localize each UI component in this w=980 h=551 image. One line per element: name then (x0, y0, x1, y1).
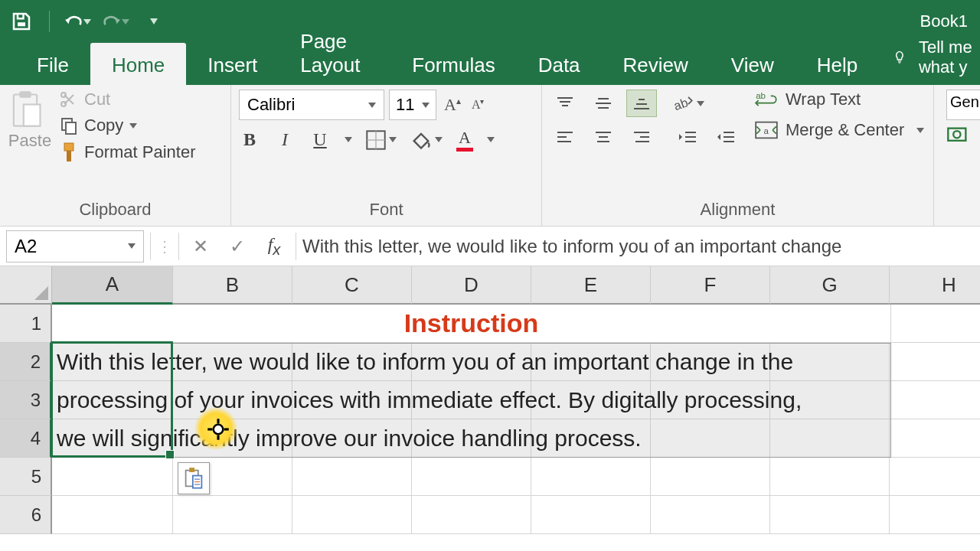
svg-rect-7 (64, 143, 74, 151)
align-bottom-button[interactable] (626, 90, 657, 117)
align-top-button[interactable] (550, 90, 580, 117)
svg-point-48 (214, 425, 224, 435)
save-icon[interactable] (8, 8, 35, 35)
col-header-e[interactable]: E (531, 266, 651, 305)
col-header-a[interactable]: A (52, 266, 173, 305)
increase-indent-button[interactable] (710, 123, 741, 151)
col-header-b[interactable]: B (173, 266, 292, 305)
svg-rect-8 (67, 151, 71, 161)
col-header-d[interactable]: D (412, 266, 531, 305)
svg-point-3 (61, 102, 66, 106)
col-header-c[interactable]: C (292, 266, 412, 305)
paste-label: Paste (8, 131, 52, 151)
italic-button[interactable]: I (274, 129, 296, 150)
scissors-icon (60, 90, 78, 109)
cells-area[interactable]: Instruction With this letter, we would l… (52, 305, 980, 534)
cancel-icon[interactable]: ✕ (185, 236, 216, 257)
tab-formulas[interactable]: Formulas (390, 43, 516, 85)
copy-label: Copy (84, 116, 123, 135)
decrease-indent-button[interactable] (672, 123, 703, 151)
col-header-g[interactable]: G (770, 266, 890, 305)
paste-button[interactable]: Paste (8, 90, 52, 151)
merge-icon: a (755, 121, 778, 139)
svg-rect-2 (24, 105, 41, 126)
row-header-5[interactable]: 5 (0, 458, 52, 496)
group-number: Gen (934, 85, 978, 226)
tab-view[interactable]: View (710, 43, 795, 85)
wrap-text-button[interactable]: ab Wrap Text (755, 90, 924, 109)
enter-icon[interactable]: ✓ (222, 236, 253, 257)
copy-icon (60, 116, 78, 135)
align-right-button[interactable] (626, 123, 657, 151)
font-group-label: Font (239, 197, 534, 224)
select-all-corner[interactable] (0, 266, 52, 305)
cell-text-row2: With this letter, we would like to infor… (57, 349, 793, 375)
tab-insert[interactable]: Insert (186, 43, 279, 85)
merge-center-button[interactable]: a Merge & Center (755, 120, 924, 140)
tab-data[interactable]: Data (517, 43, 602, 85)
cut-label: Cut (84, 90, 110, 109)
tab-home[interactable]: Home (90, 43, 186, 85)
tab-page-layout[interactable]: Page Layout (279, 19, 390, 85)
row-header-2[interactable]: 2 (0, 343, 52, 381)
clipboard-group-label: Clipboard (8, 197, 223, 224)
accounting-format-icon[interactable] (946, 126, 969, 146)
bucket-icon (410, 130, 432, 150)
col-header-h[interactable]: H (890, 266, 980, 305)
increase-font-icon[interactable]: A▴ (441, 92, 464, 118)
alignment-group-label: Alignment (550, 197, 926, 224)
wrap-text-icon: ab (755, 90, 778, 109)
spreadsheet-grid: 1 2 3 4 5 6 A B C D E F G H Instruction (0, 266, 980, 534)
format-painter-button[interactable]: Format Painter (60, 142, 196, 163)
row-header-6[interactable]: 6 (0, 496, 52, 534)
formula-text[interactable]: With this letter, we would like to infor… (302, 236, 841, 257)
paste-options-icon (184, 467, 204, 490)
align-center-button[interactable] (588, 123, 619, 151)
qat-customize-icon[interactable] (140, 8, 168, 35)
svg-text:a: a (764, 126, 769, 135)
svg-point-41 (953, 131, 960, 138)
tab-help[interactable]: Help (795, 43, 879, 85)
redo-icon[interactable] (102, 8, 129, 35)
svg-rect-43 (189, 468, 194, 472)
bulb-icon (894, 46, 905, 69)
paste-options-button[interactable] (178, 462, 210, 494)
ribbon: Paste Cut Copy Format Painter Clipboard (0, 85, 980, 227)
fill-color-button[interactable] (410, 130, 443, 150)
copy-button[interactable]: Copy (60, 116, 196, 135)
font-size-value: 11 (396, 95, 414, 115)
underline-button[interactable]: U (309, 129, 331, 150)
decrease-font-icon[interactable]: A▾ (469, 94, 488, 115)
undo-icon[interactable] (64, 8, 91, 35)
tell-me-search[interactable]: Tell me what y (894, 37, 980, 85)
font-color-button[interactable]: A (456, 128, 473, 152)
font-size-select[interactable]: 11 (389, 90, 436, 120)
svg-rect-6 (66, 122, 76, 134)
tab-review[interactable]: Review (602, 43, 710, 85)
row-header-1[interactable]: 1 (0, 305, 52, 343)
number-format-select[interactable]: Gen (946, 90, 980, 120)
title-bar: Book1 (0, 0, 980, 43)
name-box[interactable]: A2 (6, 230, 144, 262)
svg-text:ab: ab (756, 91, 766, 100)
row-header-4[interactable]: 4 (0, 419, 52, 458)
font-name-select[interactable]: Calibri (239, 90, 384, 120)
svg-rect-1 (19, 91, 31, 98)
formula-bar: A2 ⋮ ✕ ✓ fx With this letter, we would l… (0, 227, 980, 266)
borders-button[interactable] (366, 130, 397, 150)
svg-point-4 (61, 93, 66, 97)
align-middle-button[interactable] (588, 90, 619, 117)
cut-button[interactable]: Cut (60, 90, 196, 109)
ribbon-tabs: File Home Insert Page Layout Formulas Da… (0, 43, 980, 85)
cell-text-row3: processing of your invoices with immedia… (57, 387, 802, 413)
orientation-button[interactable]: ab (672, 93, 704, 113)
tab-file[interactable]: File (15, 43, 90, 85)
row-header-3[interactable]: 3 (0, 381, 52, 419)
bold-button[interactable]: B (239, 129, 260, 150)
merge-center-label: Merge & Center (786, 120, 904, 140)
format-painter-label: Format Painter (84, 142, 196, 162)
align-left-button[interactable] (550, 123, 580, 151)
fx-icon[interactable]: fx (259, 234, 289, 259)
workbook-name: Book1 (920, 11, 968, 31)
col-header-f[interactable]: F (651, 266, 770, 305)
